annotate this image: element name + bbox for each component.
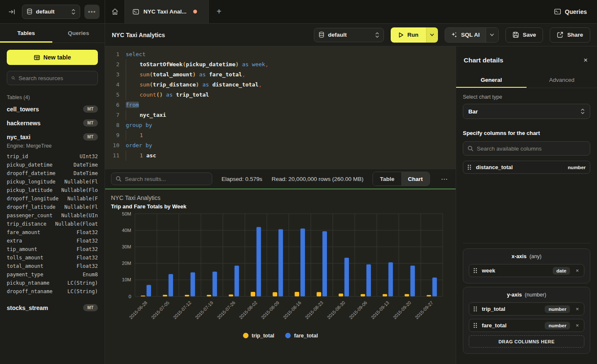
bar-chart[interactable]: 010M20M30M40M50M2015-06-282015-07-052015… bbox=[111, 210, 450, 332]
tab-nyc-taxi-analytics[interactable]: NYC Taxi Anal... bbox=[124, 0, 209, 23]
new-tab-button[interactable]: + bbox=[209, 0, 229, 23]
table-name: cell_towers bbox=[7, 106, 39, 113]
engine-badge: MT bbox=[83, 105, 98, 113]
sql-editor[interactable]: 1select2toStartOfWeek(pickup_datetime) a… bbox=[105, 46, 456, 169]
y-axis-hint: (number) bbox=[525, 292, 546, 298]
drop-zone[interactable]: DRAG COLUMNS HERE bbox=[469, 335, 584, 348]
column-row: fare_amountFloat32 bbox=[7, 228, 98, 237]
tab-general[interactable]: General bbox=[456, 72, 527, 88]
column-chip-distance_total[interactable]: distance_totalnumber bbox=[463, 161, 590, 174]
sql-ai-options-button[interactable] bbox=[486, 28, 498, 42]
line-code: nyc_taxi bbox=[126, 110, 166, 120]
chart-panel: NYC Taxi Analytics Trip and Fare Totals … bbox=[105, 189, 456, 364]
editor-line: 10order by bbox=[109, 140, 456, 151]
columns-search-input[interactable] bbox=[477, 146, 586, 152]
svg-text:2015-08-16: 2015-08-16 bbox=[282, 300, 302, 320]
column-row: dropoff_latitudeNullable(Fl bbox=[7, 203, 98, 211]
table-icon bbox=[34, 54, 40, 61]
run-button[interactable]: Run bbox=[391, 27, 426, 43]
table-item-nyc_taxi[interactable]: nyc_taxiMT bbox=[7, 130, 98, 144]
editor-line: 8group by bbox=[109, 120, 456, 130]
remove-column-button[interactable]: × bbox=[575, 267, 580, 274]
available-columns-list: distance_totalnumber bbox=[463, 161, 590, 177]
columns-search bbox=[463, 141, 590, 156]
column-row: pickup_ntanameLC(String) bbox=[7, 279, 98, 287]
svg-text:2015-07-05: 2015-07-05 bbox=[150, 300, 170, 320]
svg-text:40M: 40M bbox=[122, 228, 131, 233]
results-search-input[interactable] bbox=[125, 176, 208, 182]
sidebar-tab-tables[interactable]: Tables bbox=[0, 24, 52, 43]
svg-text:2015-09-13: 2015-09-13 bbox=[370, 300, 390, 320]
column-chip-trip_total[interactable]: trip_totalnumber× bbox=[469, 302, 584, 315]
view-toggle-table[interactable]: Table bbox=[373, 172, 401, 186]
legend-item-fare_total[interactable]: fare_total bbox=[285, 333, 318, 339]
tab-advanced[interactable]: Advanced bbox=[527, 72, 597, 88]
table-name: stocks_stream bbox=[7, 305, 48, 311]
new-table-button[interactable]: New table bbox=[7, 50, 98, 65]
home-button[interactable] bbox=[105, 0, 124, 23]
database-selector[interactable]: default bbox=[22, 5, 80, 19]
sql-ai-button[interactable]: SQL AI bbox=[445, 28, 486, 42]
table-name: hackernews bbox=[7, 120, 41, 127]
line-number: 2 bbox=[109, 59, 119, 70]
column-row: payment_typeEnum8 bbox=[7, 270, 98, 279]
editor-line: 1select bbox=[109, 49, 456, 59]
sidebar-tab-queries[interactable]: Queries bbox=[52, 24, 105, 43]
run-options-button[interactable] bbox=[426, 27, 438, 43]
chart-type-selector[interactable]: Bar bbox=[463, 104, 590, 119]
tables-list: cell_towersMThackernewsMTnyc_taxiMTEngin… bbox=[7, 102, 98, 315]
column-chip-fare_total[interactable]: fare_totalnumber× bbox=[469, 319, 584, 332]
y-axis-label: y-axis bbox=[507, 292, 521, 298]
remove-column-button[interactable]: × bbox=[575, 306, 580, 312]
column-chip-week[interactable]: weekdate× bbox=[469, 264, 584, 277]
share-button[interactable]: Share bbox=[550, 27, 590, 43]
remove-column-button[interactable]: × bbox=[575, 322, 580, 329]
x-axis-hint: (any) bbox=[529, 253, 541, 259]
line-code: 1 bbox=[126, 130, 143, 140]
sidebar: Tables Queries New table Tables (4) cell… bbox=[0, 24, 105, 364]
drag-handle-icon bbox=[473, 268, 477, 273]
collapse-sidebar-button[interactable] bbox=[6, 6, 18, 18]
chart-subtitle: Trip and Fare Totals by Week bbox=[111, 203, 450, 210]
sidebar-search bbox=[7, 71, 98, 85]
column-row: extraFloat32 bbox=[7, 237, 98, 245]
table-item-cell_towers[interactable]: cell_towersMT bbox=[7, 102, 98, 116]
workspace-more-button[interactable]: ••• bbox=[84, 5, 100, 19]
app-body: Tables Queries New table Tables (4) cell… bbox=[0, 24, 597, 364]
save-button-label: Save bbox=[523, 32, 536, 38]
collapse-sidebar-icon bbox=[8, 8, 15, 15]
save-button[interactable]: Save bbox=[505, 27, 543, 43]
line-code: select bbox=[126, 49, 146, 59]
legend-label: trip_total bbox=[252, 333, 274, 339]
query-title: NYC Taxi Analytics bbox=[112, 32, 165, 38]
chip-name: distance_total bbox=[476, 164, 563, 170]
drag-handle-icon bbox=[473, 323, 477, 328]
svg-text:10M: 10M bbox=[122, 277, 131, 282]
table-item-stocks_stream[interactable]: stocks_streamMT bbox=[7, 301, 98, 315]
y-axis-items: trip_totalnumber×fare_totalnumber× bbox=[469, 302, 584, 332]
sidebar-tab-tables-label: Tables bbox=[17, 30, 35, 36]
sidebar-search-input[interactable] bbox=[19, 75, 93, 81]
table-item-hackernews[interactable]: hackernewsMT bbox=[7, 116, 98, 130]
panel-divider bbox=[463, 243, 590, 243]
engine-badge: MT bbox=[83, 133, 98, 140]
view-toggle-chart[interactable]: Chart bbox=[401, 172, 430, 186]
column-row: dropoff_ntanameLC(String) bbox=[7, 287, 98, 296]
chip-type-badge: date bbox=[553, 267, 570, 275]
run-database-selector[interactable]: default bbox=[314, 28, 384, 42]
legend-item-trip_total[interactable]: trip_total bbox=[243, 333, 274, 339]
editor-line: 4sum(trip_distance) as distance_total, bbox=[109, 80, 456, 90]
x-axis-section: x-axis (any) weekdate× bbox=[463, 248, 590, 283]
line-number: 11 bbox=[109, 151, 119, 161]
close-panel-button[interactable]: × bbox=[582, 56, 589, 65]
tab-title: NYC Taxi Anal... bbox=[143, 8, 186, 15]
queries-button[interactable]: Queries bbox=[554, 8, 587, 15]
updown-chevron-icon bbox=[375, 32, 379, 38]
table-name: nyc_taxi bbox=[7, 134, 30, 140]
line-code: sum(total_amount) as fare_total, bbox=[126, 70, 245, 80]
results-bar: Elapsed: 0.579s Read: 20,000,000 rows (2… bbox=[105, 169, 456, 189]
topbar-right: Queries bbox=[554, 0, 597, 23]
results-more-button[interactable]: ⋯ bbox=[439, 175, 450, 183]
legend-label: fare_total bbox=[294, 333, 318, 339]
workspace-row: 1select2toStartOfWeek(pickup_datetime) a… bbox=[105, 46, 597, 364]
